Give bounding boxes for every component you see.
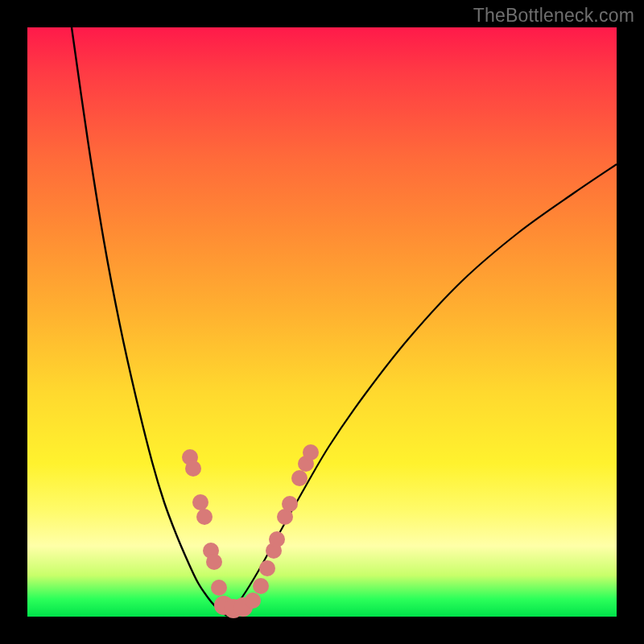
- data-marker: [269, 531, 285, 547]
- chart-plot-area: [27, 27, 617, 617]
- watermark-text: TheBottleneck.com: [473, 5, 634, 27]
- data-marker: [303, 444, 319, 460]
- data-marker: [196, 509, 213, 525]
- chart-outer-frame: TheBottleneck.com: [0, 0, 644, 644]
- curve-left-branch: [72, 27, 227, 616]
- data-marker: [192, 494, 208, 510]
- data-marker: [259, 560, 275, 576]
- chart-svg: [27, 27, 617, 617]
- data-marker: [211, 580, 227, 596]
- marker-layer: [182, 444, 319, 618]
- curve-right-branch: [227, 164, 617, 616]
- data-marker: [291, 470, 308, 486]
- data-marker: [282, 496, 298, 512]
- data-marker: [206, 554, 222, 570]
- data-marker: [185, 460, 201, 477]
- data-marker: [245, 592, 261, 609]
- data-marker: [253, 578, 269, 594]
